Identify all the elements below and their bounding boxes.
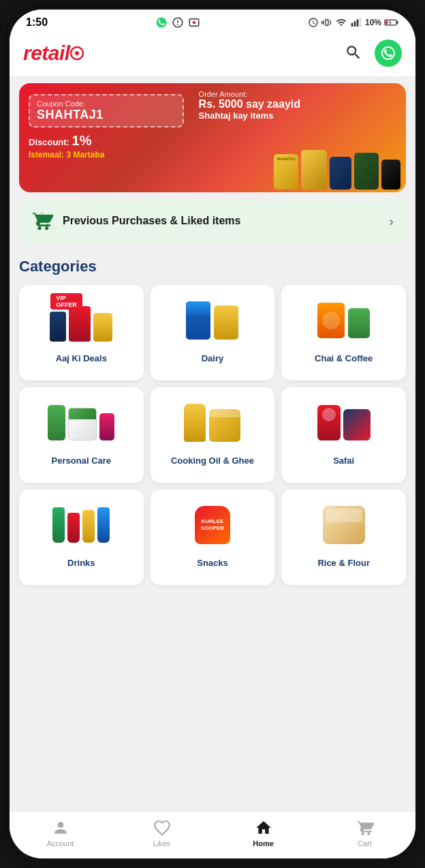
promo-banner[interactable]: Coupon Code: SHAHTAJ1 Discount: 1% Istem… bbox=[19, 83, 406, 192]
header-icons bbox=[342, 40, 402, 67]
category-aaj-ki-deals[interactable]: VIP OFFER Aaj Ki Deals bbox=[19, 285, 144, 380]
home-icon bbox=[255, 819, 272, 837]
svg-rect-9 bbox=[385, 20, 388, 25]
chai-products bbox=[317, 303, 370, 338]
category-label-snacks: Snacks bbox=[197, 558, 228, 569]
account-icon bbox=[52, 819, 69, 837]
nav-likes[interactable]: Likes bbox=[111, 819, 212, 848]
category-dairy-image bbox=[182, 293, 243, 348]
logo-o-icon bbox=[69, 46, 84, 61]
svg-rect-8 bbox=[396, 21, 398, 25]
order-amount-sub: Shahtaj kay items bbox=[199, 110, 300, 121]
battery-text: 10% bbox=[365, 18, 381, 27]
drinks-products bbox=[52, 507, 110, 543]
order-amount-value: Rs. 5000 say zaayid bbox=[199, 98, 300, 110]
category-label-personal: Personal Care bbox=[52, 455, 111, 467]
category-personal-image bbox=[50, 395, 112, 450]
shahtaj-product-stack: SHAHTAJ bbox=[274, 150, 400, 192]
svg-rect-3 bbox=[351, 23, 353, 27]
nav-home-label: Home bbox=[253, 839, 274, 848]
whatsapp-icon bbox=[380, 45, 396, 61]
nav-cart-label: Cart bbox=[358, 839, 372, 848]
status-icons bbox=[155, 16, 200, 29]
battery-icon bbox=[384, 18, 399, 27]
nav-account[interactable]: Account bbox=[10, 819, 111, 848]
svg-point-2 bbox=[193, 21, 196, 25]
rice-products bbox=[323, 506, 365, 544]
svg-rect-5 bbox=[357, 19, 359, 27]
istemaal-text: Istemaal: 3 Martaba bbox=[29, 150, 184, 160]
oil-products bbox=[184, 404, 240, 442]
category-chai-coffee[interactable]: Chai & Coffee bbox=[281, 285, 406, 380]
search-icon bbox=[345, 44, 362, 61]
category-drinks-image bbox=[50, 498, 112, 552]
record-status-icon bbox=[188, 16, 200, 29]
previous-purchases-button[interactable]: Previous Purchases & Liked items › bbox=[19, 199, 406, 243]
svg-point-0 bbox=[157, 18, 167, 28]
category-aaj-image: VIP OFFER bbox=[50, 293, 112, 348]
product-5 bbox=[381, 160, 400, 190]
prev-purchases-text: Previous Purchases & Liked items bbox=[63, 215, 240, 227]
category-rice-flour[interactable]: Rice & Flour bbox=[281, 490, 406, 585]
wifi-icon bbox=[335, 17, 347, 28]
aaj-products bbox=[50, 306, 112, 342]
search-button[interactable] bbox=[342, 41, 365, 66]
nav-cart[interactable]: Cart bbox=[314, 819, 415, 848]
cart-history-icon bbox=[31, 210, 53, 232]
product-1: SHAHTAJ bbox=[274, 154, 298, 190]
category-label-rice: Rice & Flour bbox=[317, 558, 370, 569]
prev-purchases-left: Previous Purchases & Liked items bbox=[31, 210, 240, 232]
signal-icon bbox=[350, 17, 362, 28]
svg-rect-6 bbox=[360, 18, 362, 27]
category-drinks[interactable]: Drinks bbox=[19, 490, 144, 585]
product-2 bbox=[301, 150, 327, 190]
dairy-products bbox=[186, 301, 238, 340]
category-label-aaj: Aaj Ki Deals bbox=[56, 353, 107, 365]
coupon-box: Coupon Code: SHAHTAJ1 bbox=[29, 94, 184, 128]
status-time: 1:50 bbox=[26, 16, 48, 29]
cart-icon bbox=[356, 819, 374, 837]
scroll-content: Coupon Code: SHAHTAJ1 Discount: 1% Istem… bbox=[10, 76, 415, 811]
personal-products bbox=[48, 405, 114, 440]
whatsapp-button[interactable] bbox=[375, 40, 402, 67]
category-personal-care[interactable]: Personal Care bbox=[19, 387, 144, 483]
category-cooking-oil[interactable]: Cooking Oil & Ghee bbox=[151, 387, 275, 483]
category-label-drinks: Drinks bbox=[67, 558, 95, 569]
alarm-icon bbox=[308, 17, 319, 28]
app-header: retail bbox=[10, 33, 415, 76]
nav-likes-label: Likes bbox=[153, 839, 171, 848]
nav-home[interactable]: Home bbox=[212, 819, 314, 848]
whatsapp-status-icon bbox=[155, 16, 168, 29]
category-label-oil: Cooking Oil & Ghee bbox=[171, 455, 254, 467]
banner-products: SHAHTAJ bbox=[268, 150, 406, 192]
discount-text: Discount: 1% bbox=[29, 133, 184, 149]
category-label-chai: Chai & Coffee bbox=[315, 353, 373, 365]
categories-section: Categories VIP OFFER bbox=[10, 248, 415, 590]
category-label-dairy: Dairy bbox=[202, 353, 224, 365]
banner-text-right: Order Amount: Rs. 5000 say zaayid Shahta… bbox=[199, 90, 300, 121]
nav-account-label: Account bbox=[47, 839, 74, 848]
discount-value: 1% bbox=[72, 133, 92, 148]
status-bar: 1:50 bbox=[10, 10, 415, 33]
product-3 bbox=[330, 157, 351, 190]
svg-rect-4 bbox=[354, 21, 356, 27]
coupon-label: Coupon Code: bbox=[37, 100, 176, 108]
bottom-spacer bbox=[10, 590, 415, 604]
order-amount-label: Order Amount: bbox=[199, 90, 300, 98]
status-right-icons: 10% bbox=[308, 17, 399, 28]
banner-right: Order Amount: Rs. 5000 say zaayid Shahta… bbox=[193, 83, 406, 192]
category-oil-image bbox=[182, 395, 243, 450]
category-label-safai: Safai bbox=[333, 455, 354, 467]
category-safai[interactable]: Safai bbox=[281, 387, 406, 483]
logo-text: retail bbox=[23, 42, 70, 65]
vibrate-icon bbox=[321, 17, 332, 28]
category-dairy[interactable]: Dairy bbox=[151, 285, 275, 380]
section-title: Categories bbox=[19, 258, 406, 275]
category-snacks[interactable]: KURLEESOOPER Snacks bbox=[151, 490, 275, 585]
logo: retail bbox=[23, 42, 84, 65]
likes-icon bbox=[153, 819, 171, 837]
svg-point-11 bbox=[75, 51, 79, 55]
banner-left: Coupon Code: SHAHTAJ1 Discount: 1% Istem… bbox=[19, 83, 193, 192]
safai-products bbox=[317, 405, 371, 440]
category-snacks-image: KURLEESOOPER bbox=[182, 498, 243, 552]
